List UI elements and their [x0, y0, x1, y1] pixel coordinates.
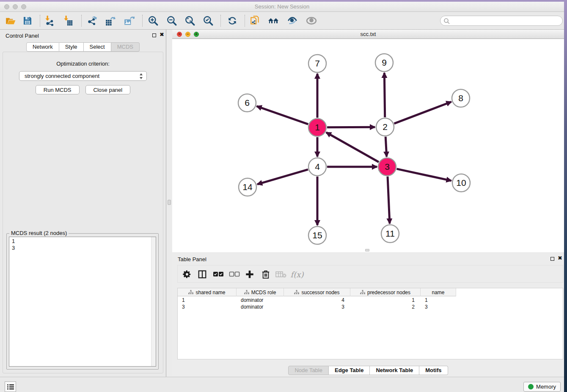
column-header-successor-nodes[interactable]: successor nodes: [284, 288, 350, 296]
graph-node-label: 4: [315, 162, 320, 171]
splitter-grip[interactable]: [168, 200, 171, 205]
table-row[interactable]: 1dominator411: [178, 297, 456, 304]
close-table-panel-icon[interactable]: ✖: [558, 255, 562, 261]
column-header-MCDS-role[interactable]: MCDS role: [237, 288, 284, 296]
delete-table-icon[interactable]: [274, 268, 288, 281]
refresh-icon[interactable]: [225, 14, 239, 27]
hide-graphics-details-icon[interactable]: [285, 14, 300, 27]
tab-style[interactable]: Style: [59, 42, 84, 52]
toolbar-separator: [142, 15, 143, 27]
memory-button[interactable]: Memory: [523, 382, 561, 392]
search-icon: [443, 18, 450, 25]
graph-edge-1-6[interactable]: [257, 106, 308, 124]
split-column-icon[interactable]: [195, 268, 209, 281]
column-header-shared-name[interactable]: shared name: [178, 288, 237, 296]
close-panel-button[interactable]: Close panel: [85, 85, 131, 94]
mcds-result-title: MCDS result (2 nodes): [9, 230, 69, 236]
zoom-fit-icon[interactable]: [183, 14, 197, 27]
tab-network[interactable]: Network: [26, 42, 59, 52]
table-cell: 3: [284, 304, 350, 310]
memory-status-icon: [528, 384, 534, 389]
select-all-checkboxes-icon[interactable]: [212, 268, 225, 281]
table-cell: 1: [421, 297, 456, 304]
save-session-icon[interactable]: [20, 14, 35, 27]
network-canvas[interactable]: 7968124314101511: [172, 39, 564, 252]
graph-node-label: 10: [456, 178, 466, 188]
import-table-icon[interactable]: [61, 14, 75, 27]
dropdown-stepper-icon: [139, 73, 143, 80]
export-table-icon[interactable]: [103, 14, 118, 27]
gear-icon[interactable]: [180, 268, 194, 281]
column-header-name[interactable]: name: [421, 288, 456, 296]
table-cell: 1: [178, 297, 237, 304]
graph-edge-3-10[interactable]: [396, 169, 451, 181]
tab-node-table[interactable]: Node Table: [288, 366, 329, 375]
task-history-button[interactable]: [5, 381, 16, 392]
graph-edge-2-9[interactable]: [384, 73, 385, 117]
graph-edge-4-14[interactable]: [257, 169, 308, 184]
graph-edge-3-1[interactable]: [326, 133, 379, 162]
node-table[interactable]: shared nameMCDS rolesuccessor nodesprede…: [177, 288, 563, 359]
function-builder-icon[interactable]: f(x): [290, 268, 304, 281]
table-toolbar: f(x): [177, 265, 563, 283]
delete-column-icon[interactable]: [259, 268, 272, 281]
table-cell: 2: [350, 304, 421, 310]
tab-select[interactable]: Select: [84, 42, 111, 52]
window-title: Session: New Session: [0, 3, 564, 10]
zoom-out-icon[interactable]: [165, 14, 179, 27]
zoom-selected-icon[interactable]: [201, 14, 215, 27]
cytoscape-window: Session: New Session: [0, 2, 564, 392]
tab-network-table[interactable]: Network Table: [370, 366, 419, 375]
graph-node-label: 3: [385, 162, 390, 171]
open-file-icon[interactable]: [3, 14, 18, 27]
table-cell: 4: [284, 297, 350, 304]
table-cell: dominator: [237, 304, 284, 310]
graph-node-label: 9: [382, 58, 387, 67]
window-titlebar: Session: New Session: [0, 2, 564, 12]
import-network-icon[interactable]: [42, 14, 57, 27]
table-panel-title: Table Panel: [178, 256, 206, 262]
export-network-icon[interactable]: [85, 14, 99, 27]
add-column-icon[interactable]: [243, 268, 256, 281]
network-graph[interactable]: 7968124314101511: [172, 39, 564, 252]
deselect-all-checkboxes-icon[interactable]: [228, 268, 241, 281]
export-image-icon[interactable]: [122, 14, 136, 27]
mcds-result-list[interactable]: 13: [9, 237, 156, 367]
run-mcds-button[interactable]: Run MCDS: [36, 85, 80, 94]
list-icon: [7, 384, 14, 390]
table-tabs: Node TableEdge TableNetwork TableMotifs: [172, 366, 564, 375]
zoom-in-icon[interactable]: [146, 14, 160, 27]
toolbar-separator: [245, 15, 245, 27]
control-panel: Control Panel ✖ NetworkStyleSelectMCDS O…: [0, 30, 166, 377]
mcds-result-group: MCDS result (2 nodes) 13: [6, 233, 159, 370]
table-cell: dominator: [237, 297, 284, 304]
graph-node-label: 11: [385, 229, 395, 238]
search-input[interactable]: [440, 16, 563, 26]
graph-edge-3-11[interactable]: [388, 177, 390, 224]
tab-mcds[interactable]: MCDS: [111, 42, 140, 52]
graph-node-label: 7: [315, 58, 320, 68]
canvas-splitter-grip[interactable]: [365, 249, 369, 251]
float-table-panel-icon[interactable]: [550, 257, 554, 261]
column-header-predecessor-nodes[interactable]: predecessor nodes: [350, 288, 421, 296]
table-panel: Table Panel ✖: [172, 253, 564, 377]
tab-edge-table[interactable]: Edge Table: [329, 366, 370, 375]
graph-edge-1-2[interactable]: [327, 127, 375, 127]
duplicate-network-icon[interactable]: [248, 14, 262, 27]
table-row[interactable]: 3dominator323: [178, 304, 456, 310]
optimization-criterion-label: Optimization criterion:: [3, 61, 163, 67]
result-scrollbar[interactable]: [151, 237, 156, 366]
graph-edge-2-8[interactable]: [394, 102, 451, 124]
graph-edge-2-3[interactable]: [385, 137, 387, 157]
show-all-networks-icon[interactable]: [267, 14, 281, 27]
main-toolbar: [0, 12, 564, 30]
float-panel-icon[interactable]: [152, 33, 156, 37]
tab-motifs[interactable]: Motifs: [419, 366, 448, 375]
graph-node-label: 14: [242, 182, 253, 192]
close-panel-icon[interactable]: ✖: [160, 31, 164, 38]
network-view-window: ✕ − + scc.txt 7968124314101511: [172, 30, 564, 253]
optimization-criterion-select[interactable]: strongly connected component: [19, 71, 147, 81]
preview-eye-icon[interactable]: [304, 14, 319, 27]
table-cell: 3: [421, 304, 456, 310]
graph-node-label: 6: [245, 98, 250, 108]
